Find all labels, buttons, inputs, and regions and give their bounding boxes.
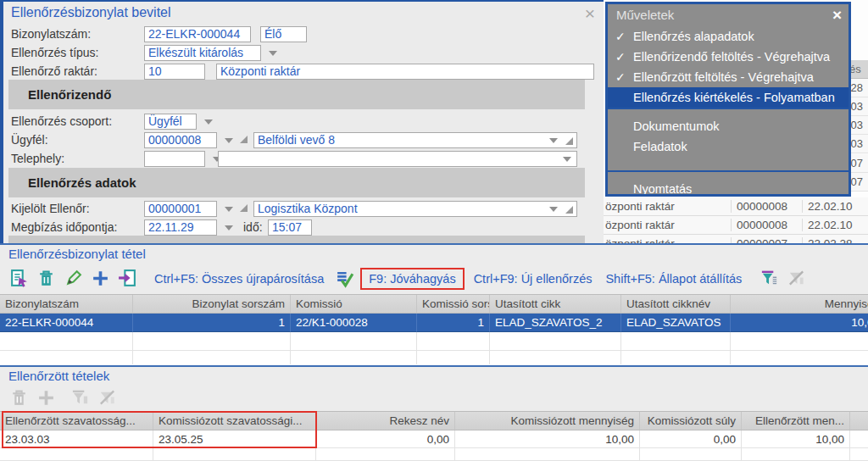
status-field[interactable]: Élő [260, 26, 307, 42]
table-row-empty[interactable] [0, 448, 868, 461]
dropdown-arrow-icon[interactable] [225, 138, 233, 143]
column-header[interactable]: Utasított cikknév [621, 295, 731, 313]
cell: 23.05.25 [153, 430, 316, 448]
import-button[interactable] [115, 267, 139, 291]
column-header[interactable]: Rekesz név [316, 412, 455, 430]
table-row[interactable]: özponti raktár 00000008 22.02.10 [604, 216, 868, 235]
tetel-table-header: Bizonylatszám Bizonylat sorszám Komissió… [0, 294, 868, 314]
menu-item-label: Dokumentumok [633, 119, 720, 133]
telephely-name-field[interactable] [218, 151, 577, 167]
ellenor-code-combobox[interactable]: 00000001 [144, 201, 217, 217]
column-header[interactable]: Bizonylat sorszám [133, 295, 291, 313]
bizonylatszam-field[interactable]: 22-ELKR-000044 [144, 26, 251, 42]
menu-item-alapadatok[interactable]: ✓ Ellenőrzés alapadatok [608, 26, 849, 47]
filter-clear-button[interactable] [784, 267, 808, 291]
telephely-code-combobox[interactable] [144, 151, 205, 167]
table-row[interactable]: 23.03.03 23.05.25 0,00 10,00 0,00 10,00 [0, 430, 868, 448]
filter-clear-button-disabled [95, 386, 119, 410]
column-header[interactable]: Komissió sors... [417, 295, 490, 313]
code-cell: 00000008 [731, 200, 802, 213]
dropdown-arrow-icon[interactable] [225, 225, 233, 230]
cell: 10,00 [731, 314, 868, 332]
table-row-empty[interactable] [0, 332, 868, 351]
dropdown-arrow-icon[interactable] [549, 207, 558, 212]
check-icon: ✓ [615, 47, 626, 67]
ugyfel-code-combobox[interactable]: 00000008 [144, 132, 217, 148]
menu-item-ellenorzott-feltoltes[interactable]: ✓ Ellenőrzött feltöltés - Végrehajtva [608, 67, 849, 87]
close-icon[interactable]: × [832, 4, 842, 26]
close-icon[interactable]: × [585, 3, 595, 24]
section-header-ellenorizendo: Ellenőrizendő [8, 80, 585, 109]
column-header[interactable]: Komissió [291, 295, 417, 313]
lookup-icon[interactable] [240, 204, 248, 212]
warehouse-cell: özponti raktár [604, 200, 731, 213]
table-row-empty[interactable] [0, 351, 868, 364]
cell: 0,00 [316, 430, 455, 448]
delete-button-disabled [7, 386, 31, 410]
dropdown-arrow-icon[interactable] [549, 138, 558, 143]
table-row[interactable]: özponti raktár 00000008 22.02.10 [604, 197, 868, 216]
column-header[interactable]: Komissiózott szavatossági... [153, 412, 316, 430]
new-check-button[interactable]: Ctrl+F9: Új ellenőrzés [467, 269, 599, 289]
table-row-selected[interactable]: 22-ELKR-000044 1 22/K1-000028 1 ELAD_SZA… [0, 314, 868, 332]
menu-item-dokumentumok[interactable]: Dokumentumok [608, 116, 849, 136]
repair-all-button[interactable]: Ctrl+F5: Összes újrapárosítása [147, 269, 331, 289]
menu-item-ellenorizendo-feltoltes[interactable]: ✓ Ellenőrizendő feltöltés - Végrehajtva [608, 47, 849, 67]
column-header[interactable]: Mennyiség [731, 295, 868, 313]
plus-icon [36, 388, 56, 408]
lookup-icon[interactable] [565, 137, 573, 145]
trash-icon [9, 388, 29, 408]
menu-item-nyomtatas[interactable]: Nyomtatás [608, 179, 849, 197]
list-check-button[interactable] [332, 267, 356, 291]
plus-icon [91, 269, 110, 288]
dialog-title: Ellenőrzésbizonylat bevitel [11, 5, 171, 20]
column-header[interactable]: Komissiózott mennyiség [455, 412, 640, 430]
ellenorzott-table: Ellenőrzött szavatosság... Komissiózott … [0, 411, 868, 461]
ellenor-name-field[interactable]: Logisztika Központ [253, 201, 577, 217]
edit-button[interactable] [61, 267, 85, 291]
column-header[interactable]: Komissiózott súly [640, 412, 742, 430]
menu-item-label: Ellenőrizendő feltöltés - Végrehajtva [633, 50, 830, 64]
state-change-button[interactable]: Shift+F5: Állapot átállítás [598, 269, 748, 289]
cell: 22/K1-000028 [291, 314, 417, 332]
cell: ELAD_SZAVATOS [621, 314, 731, 332]
megbizas-date-combobox[interactable]: 22.11.29 [144, 219, 217, 236]
column-header[interactable]: Utasított cikk [490, 295, 621, 313]
ugyfel-name-value: Belföldi vevő 8 [258, 133, 335, 147]
column-header[interactable]: Ellenőrzött szavatosság... [0, 412, 153, 430]
csoport-combobox[interactable]: Ügyfél [144, 114, 197, 130]
cell: 23.03.03 [0, 430, 153, 448]
dropdown-arrow-icon[interactable] [269, 51, 277, 56]
raktar-name-field[interactable]: Központi raktár [216, 64, 594, 80]
filter-button-disabled [68, 386, 92, 410]
ellenor-label: Kijelölt Ellenőr: [11, 201, 90, 217]
filter-button[interactable] [757, 267, 781, 291]
column-header[interactable]: Ellenőrzött men... [742, 412, 850, 430]
list-check-icon [335, 269, 354, 288]
dropdown-arrow-icon[interactable] [563, 157, 571, 162]
menu-item-feladatok[interactable]: Feladatok [608, 136, 849, 157]
approve-button[interactable]: F9: Jóváhagyás [360, 268, 464, 290]
column-header[interactable]: Bizonylatszám [0, 295, 133, 313]
raktar-label: Ellenőrző raktár: [11, 64, 97, 80]
cell: 22-ELKR-000044 [0, 314, 133, 332]
ugyfel-name-field[interactable]: Belföldi vevő 8 [253, 132, 577, 148]
warehouse-cell: özponti raktár [604, 219, 731, 231]
tipus-label: Ellenőrzés típus: [11, 45, 99, 61]
telephely-label: Telephely: [11, 151, 64, 167]
raktar-code-field[interactable]: 10 [144, 64, 205, 80]
dropdown-arrow-icon[interactable] [225, 207, 233, 212]
delete-button[interactable] [34, 267, 58, 291]
cell: 10,00 [455, 430, 640, 448]
add-button[interactable] [88, 267, 112, 291]
lookup-icon[interactable] [240, 136, 248, 143]
menu-item-kiertekeles-selected[interactable]: Ellenőrzés kiértékelés - Folyamatban [608, 87, 849, 108]
open-document-button[interactable] [7, 267, 31, 291]
filter-icon [760, 269, 779, 288]
tipus-combobox[interactable]: Elkészült kitárolás [144, 45, 261, 61]
filter-off-icon [787, 269, 806, 288]
megbizas-time-field[interactable]: 15:07 [268, 219, 312, 236]
ugyfel-label: Ügyfél: [11, 132, 48, 148]
dropdown-arrow-icon[interactable] [204, 119, 213, 125]
lookup-icon[interactable] [565, 206, 573, 214]
